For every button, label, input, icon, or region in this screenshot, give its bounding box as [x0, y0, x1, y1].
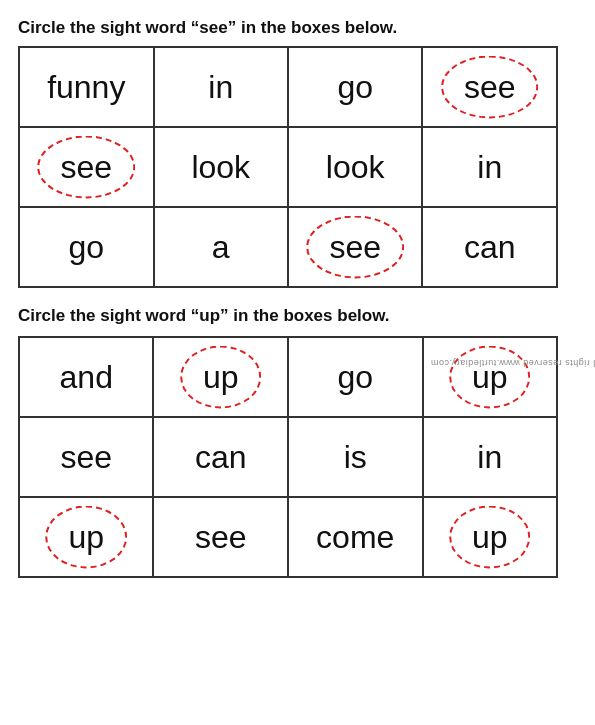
table-row: in — [154, 47, 288, 127]
section2-instruction: Circle the sight word “up” in the boxes … — [18, 306, 577, 326]
circled-word: see — [48, 145, 124, 190]
table-row: up — [19, 497, 153, 577]
table-row: in — [422, 127, 557, 207]
section1-grid: funnyingoseeseelooklookingoaseecan — [18, 46, 558, 288]
circled-word: up — [460, 515, 520, 560]
table-row: go — [288, 337, 423, 417]
table-row: up — [153, 337, 287, 417]
table-row: go — [19, 207, 154, 287]
table-row: look — [154, 127, 288, 207]
table-row: up — [423, 497, 558, 577]
table-row: look — [288, 127, 423, 207]
watermark: Copyright © Turtlediary.com. All rights … — [430, 358, 595, 368]
section2-grid: andupgoupseecanisinupseecomeup — [18, 336, 558, 578]
table-row: a — [154, 207, 288, 287]
table-row: go — [288, 47, 423, 127]
page: Circle the sight word “see” in the boxes… — [0, 0, 595, 725]
circled-word: up — [56, 515, 116, 560]
table-row: see — [19, 417, 153, 497]
circled-word: up — [191, 355, 251, 400]
table-row: see — [288, 207, 423, 287]
table-row: see — [19, 127, 154, 207]
circled-word: see — [317, 225, 393, 270]
table-row: is — [288, 417, 423, 497]
table-row: in — [423, 417, 558, 497]
table-row: funny — [19, 47, 154, 127]
table-row: come — [288, 497, 423, 577]
table-row: can — [422, 207, 557, 287]
table-row: see — [153, 497, 287, 577]
table-row: up — [423, 337, 558, 417]
circled-word: see — [452, 65, 528, 110]
table-row: see — [422, 47, 557, 127]
section1-instruction: Circle the sight word “see” in the boxes… — [18, 18, 577, 38]
table-row: can — [153, 417, 287, 497]
table-row: and — [19, 337, 153, 417]
